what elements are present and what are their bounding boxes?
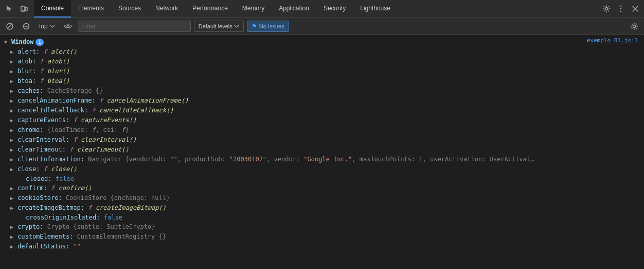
tree-toggle[interactable] xyxy=(10,96,16,106)
svg-point-4 xyxy=(620,5,621,6)
issues-badge[interactable]: ⚑ No Issues xyxy=(247,21,289,32)
toolbar-right xyxy=(628,20,641,33)
svg-point-3 xyxy=(605,7,608,10)
list-item[interactable]: close: f close() xyxy=(0,164,644,174)
tree-toggle[interactable] xyxy=(10,204,16,213)
list-item[interactable]: chrome: {loadTimes: f, csi: f} xyxy=(0,125,644,135)
svg-point-5 xyxy=(620,8,621,9)
tree-toggle[interactable] xyxy=(10,106,16,115)
list-item[interactable]: cancelIdleCallback: f cancelIdleCallback… xyxy=(0,106,644,115)
inspect-icon[interactable] xyxy=(2,2,15,15)
list-item[interactable]: alert: f alert() xyxy=(0,47,644,57)
list-item[interactable]: Window 1 xyxy=(0,37,644,47)
list-item[interactable]: crypto: Crypto {subtle: SubtleCrypto} xyxy=(0,222,644,232)
list-item[interactable]: clientInformation: Navigator {vendorSub:… xyxy=(0,155,644,164)
clear-console-button[interactable] xyxy=(3,20,16,33)
disable-log-button[interactable] xyxy=(20,20,33,33)
tree-toggle[interactable] xyxy=(10,116,16,125)
tree-toggle[interactable] xyxy=(10,126,16,135)
console-settings-icon[interactable] xyxy=(628,20,641,33)
tab-memory[interactable]: Memory xyxy=(235,0,272,18)
tree-toggle[interactable] xyxy=(10,67,16,76)
tree-toggle[interactable] xyxy=(10,136,16,145)
tree-toggle[interactable] xyxy=(10,87,16,96)
svg-line-10 xyxy=(8,24,12,28)
list-item[interactable]: caches: CacheStorage {} xyxy=(0,86,644,96)
list-item[interactable]: customElements: CustomElementRegistry {} xyxy=(0,232,644,242)
tree-toggle[interactable] xyxy=(10,194,16,203)
list-item[interactable]: clearInterval: f clearInterval() xyxy=(0,135,644,145)
tree-toggle[interactable] xyxy=(10,77,16,86)
tab-lighthouse[interactable]: Lighthouse xyxy=(353,0,398,18)
tree-toggle[interactable] xyxy=(10,165,16,174)
svg-point-6 xyxy=(620,10,621,11)
eye-icon[interactable] xyxy=(61,20,75,33)
list-item[interactable]: btoa: f btoa() xyxy=(0,76,644,86)
tree-toggle[interactable] xyxy=(10,184,16,193)
tree-toggle[interactable] xyxy=(10,57,16,66)
list-item[interactable]: defaultStatus: "" xyxy=(0,242,644,251)
tree-toggle[interactable] xyxy=(10,47,16,57)
tree-toggle[interactable] xyxy=(10,145,16,155)
tree-toggle-window[interactable] xyxy=(4,38,10,47)
list-item[interactable]: captureEvents: f captureEvents() xyxy=(0,115,644,125)
nav-tabs: Console Elements Sources Network Perform… xyxy=(34,0,600,18)
list-item[interactable]: cookieStore: CookieStore {onchange: null… xyxy=(0,193,644,203)
tab-network[interactable]: Network xyxy=(148,0,185,18)
close-icon[interactable] xyxy=(629,2,642,15)
console-toolbar: top Default levels ⚑ No Issues xyxy=(0,18,644,35)
list-item[interactable]: confirm: f confirm() xyxy=(0,183,644,193)
log-levels-button[interactable]: Default levels xyxy=(194,21,244,32)
svg-point-13 xyxy=(67,25,69,27)
list-item[interactable]: createImageBitmap: f createImageBitmap() xyxy=(0,203,644,213)
list-item[interactable]: cancelAnimationFrame: f cancelAnimationF… xyxy=(0,96,644,106)
list-item: crossOriginIsolated: false xyxy=(0,213,644,222)
more-icon[interactable] xyxy=(614,2,628,15)
list-item[interactable]: blur: f blur() xyxy=(0,66,644,76)
svg-point-14 xyxy=(633,25,636,27)
devtools-nav: Console Elements Sources Network Perform… xyxy=(0,0,644,18)
tree-toggle[interactable] xyxy=(10,232,16,242)
tree-toggle[interactable] xyxy=(10,242,16,251)
tab-application[interactable]: Application xyxy=(272,0,316,18)
console-output: exemplo-01.js:1 Window 1 alert: f alert(… xyxy=(0,35,644,269)
device-toggle-icon[interactable] xyxy=(17,2,31,15)
file-link[interactable]: exemplo-01.js:1 xyxy=(587,37,638,44)
nav-right-icons xyxy=(600,2,642,15)
nav-left-icons xyxy=(2,2,31,15)
issues-flag-icon: ⚑ xyxy=(252,23,257,30)
tab-performance[interactable]: Performance xyxy=(185,0,235,18)
list-item[interactable]: clearTimeout: f clearTimeout() xyxy=(0,145,644,155)
tree-toggle[interactable] xyxy=(10,155,16,164)
tab-elements[interactable]: Elements xyxy=(71,0,111,18)
filter-input[interactable] xyxy=(78,21,191,32)
settings-icon[interactable] xyxy=(600,2,613,15)
svg-rect-1 xyxy=(25,7,27,11)
tab-sources[interactable]: Sources xyxy=(111,0,148,18)
tab-security[interactable]: Security xyxy=(316,0,353,18)
list-item: closed: false xyxy=(0,174,644,183)
list-item[interactable]: atob: f atob() xyxy=(0,57,644,66)
tree-toggle[interactable] xyxy=(10,223,16,232)
window-badge: 1 xyxy=(35,39,44,46)
tab-console[interactable]: Console xyxy=(34,0,71,18)
context-selector[interactable]: top xyxy=(36,22,58,31)
